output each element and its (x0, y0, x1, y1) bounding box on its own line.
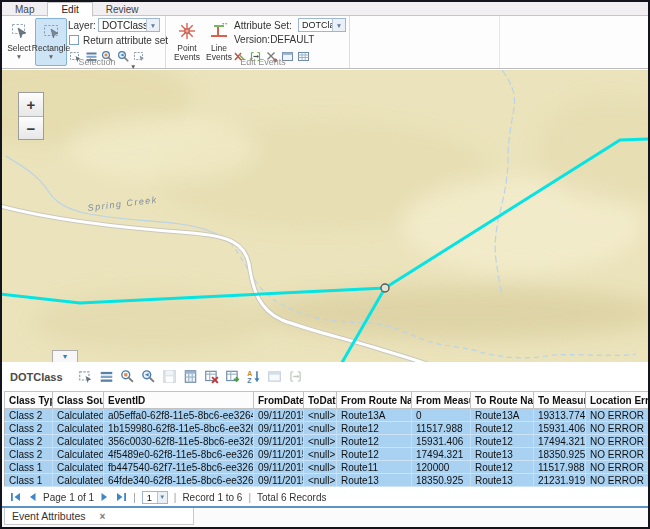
table-cell[interactable]: Route11 (337, 461, 412, 474)
table-cell[interactable]: 15931.406 (412, 435, 471, 448)
table-cell[interactable]: Route12 (471, 422, 534, 435)
table-cell[interactable]: 09/11/2015 (254, 474, 304, 487)
column-header-fromdate[interactable]: FromDate (254, 392, 304, 409)
map-viewport[interactable]: Spring Creek + − ▼ (2, 70, 648, 362)
table-cell[interactable]: Class 2 (5, 409, 53, 422)
table-cell[interactable]: NO ERROR (586, 435, 649, 448)
table-cell[interactable]: Calculated (53, 409, 104, 422)
previous-page-button[interactable] (28, 492, 37, 502)
table-cell[interactable]: Calculated (53, 422, 104, 435)
table-cell[interactable]: 09/11/2015 (254, 448, 304, 461)
column-header-todate[interactable]: ToDate (304, 392, 337, 409)
table-cell[interactable]: Route13 (471, 474, 534, 487)
tab-event-attributes[interactable]: Event Attributes × (4, 508, 194, 525)
table-cell[interactable]: 1b159980-62f8-11e5-8bc6-ee32641d5ec9 (104, 422, 254, 435)
table-row[interactable]: Class 1Calculatedfb447540-62f7-11e5-8bc6… (5, 461, 649, 474)
table-cell[interactable]: 356c0030-62f8-11e5-8bc6-ee32641d5ec9 (104, 435, 254, 448)
options-menu-icon[interactable] (98, 368, 115, 385)
table-cell[interactable]: 09/11/2015 (254, 435, 304, 448)
table-cell[interactable]: NO ERROR (586, 422, 649, 435)
column-header-class-source[interactable]: Class Source (53, 392, 104, 409)
table-cell[interactable]: 11517.988 (534, 461, 586, 474)
merge-records-icon[interactable] (287, 368, 304, 385)
column-header-location-error[interactable]: Location Error (586, 392, 649, 409)
table-cell[interactable]: Class 1 (5, 474, 53, 487)
table-cell[interactable]: Route13 (471, 448, 534, 461)
tab-review[interactable]: Review (93, 2, 152, 16)
table-cell[interactable]: 21231.919 (534, 474, 586, 487)
return-attribute-set-checkbox[interactable] (69, 35, 79, 45)
table-cell[interactable]: 4f5489e0-62f8-11e5-8bc6-ee32641d5ec9 (104, 448, 254, 461)
select-button[interactable]: Select ▼ (4, 18, 34, 66)
column-header-from-measure[interactable]: From Measure (412, 392, 471, 409)
column-header-eventid[interactable]: EventID (104, 392, 254, 409)
layer-select[interactable]: DOTClass ▼ (98, 18, 160, 32)
chevron-down-icon[interactable]: ▼ (146, 19, 159, 31)
map-canvas[interactable]: Spring Creek (2, 70, 648, 362)
table-cell[interactable]: 15931.406 (534, 422, 586, 435)
table-row[interactable]: Class 2Calculated356c0030-62f8-11e5-8bc6… (5, 435, 649, 448)
table-cell[interactable]: <null> (304, 461, 337, 474)
table-cell[interactable]: Route13A (337, 409, 412, 422)
table-cell[interactable]: Route12 (337, 422, 412, 435)
table-cell[interactable]: 120000 (412, 461, 471, 474)
table-cell[interactable]: 09/11/2015 (254, 461, 304, 474)
select-tool-icon[interactable] (77, 368, 94, 385)
table-cell[interactable]: Calculated (53, 461, 104, 474)
table-cell[interactable]: 17494.321 (534, 435, 586, 448)
table-cell[interactable]: <null> (304, 435, 337, 448)
table-cell[interactable]: 17494.321 (412, 448, 471, 461)
zoom-to-selection-icon[interactable] (119, 368, 136, 385)
table-cell[interactable]: 0 (412, 409, 471, 422)
table-cell[interactable]: Class 1 (5, 461, 53, 474)
zoom-out-button[interactable]: − (19, 116, 43, 139)
table-cell[interactable]: <null> (304, 474, 337, 487)
close-icon[interactable]: × (100, 511, 106, 522)
next-page-button[interactable] (100, 492, 109, 502)
table-cell[interactable]: <null> (304, 422, 337, 435)
table-cell[interactable]: 18350.925 (534, 448, 586, 461)
table-cell[interactable]: Class 2 (5, 422, 53, 435)
table-row[interactable]: Class 2Calculated4f5489e0-62f8-11e5-8bc6… (5, 448, 649, 461)
table-cell[interactable]: Route12 (471, 461, 534, 474)
pan-to-selection-icon[interactable] (140, 368, 157, 385)
table-cell[interactable]: Calculated (53, 435, 104, 448)
attribute-window-icon[interactable] (266, 368, 283, 385)
table-cell[interactable]: <null> (304, 448, 337, 461)
table-cell[interactable]: 19313.774 (534, 409, 586, 422)
table-cell[interactable]: Route13A (471, 409, 534, 422)
table-cell[interactable]: Class 2 (5, 448, 53, 461)
table-cell[interactable]: Calculated (53, 474, 104, 487)
table-cell[interactable]: <null> (304, 409, 337, 422)
table-cell[interactable]: NO ERROR (586, 474, 649, 487)
table-cell[interactable]: Route12 (337, 435, 412, 448)
page-number-select[interactable]: 1 ▼ (142, 491, 168, 504)
sort-icon[interactable]: AZ (245, 368, 262, 385)
table-cell[interactable]: Route13 (337, 474, 412, 487)
column-header-from-route-name[interactable]: From Route Name (337, 392, 412, 409)
column-header-class-type[interactable]: Class Type (5, 392, 53, 409)
table-cell[interactable]: 64fde340-62f8-11e5-8bc6-ee32641d5ec9 (104, 474, 254, 487)
calculator-icon[interactable] (182, 368, 199, 385)
table-cell[interactable]: 18350.925 (412, 474, 471, 487)
table-cell[interactable]: fb447540-62f7-11e5-8bc6-ee32641d5ec9 (104, 461, 254, 474)
table-row[interactable]: Class 2Calculated1b159980-62f8-11e5-8bc6… (5, 422, 649, 435)
table-cell[interactable]: Route12 (337, 448, 412, 461)
table-cell[interactable]: NO ERROR (586, 461, 649, 474)
tab-edit[interactable]: Edit (47, 2, 92, 17)
table-cell[interactable]: NO ERROR (586, 448, 649, 461)
column-header-to-measure[interactable]: To Measure (534, 392, 586, 409)
save-icon[interactable] (161, 368, 178, 385)
table-cell[interactable]: 09/11/2015 (254, 422, 304, 435)
table-cell[interactable]: a05effa0-62f8-11e5-8bc6-ee32641d5ec9 (104, 409, 254, 422)
table-cell[interactable]: 11517.988 (412, 422, 471, 435)
table-cell[interactable]: 09/11/2015 (254, 409, 304, 422)
table-cell[interactable]: Calculated (53, 448, 104, 461)
table-cell[interactable]: Class 2 (5, 435, 53, 448)
delete-record-icon[interactable] (203, 368, 220, 385)
zoom-in-button[interactable]: + (19, 93, 43, 116)
panel-collapse-button[interactable]: ▼ (52, 350, 78, 362)
table-cell[interactable]: Route12 (471, 435, 534, 448)
table-row[interactable]: Class 1Calculated64fde340-62f8-11e5-8bc6… (5, 474, 649, 487)
tab-map[interactable]: Map (2, 2, 47, 16)
